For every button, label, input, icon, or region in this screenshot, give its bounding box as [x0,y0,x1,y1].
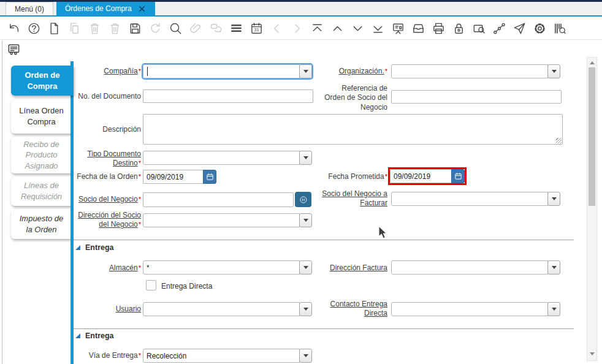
socio-negocio-search-button[interactable] [295,192,311,207]
chevron-down-icon [303,266,308,269]
fecha-prometida-field [390,169,465,183]
vertical-scrollbar[interactable] [587,57,597,361]
help-icon[interactable] [27,21,41,36]
direccion-socio-label[interactable]: Dirección del Socio del Negocio* [72,211,141,230]
record-list-toggle-icon[interactable] [7,42,21,56]
grid-toggle-icon[interactable] [229,21,243,36]
zoom-across-icon[interactable] [472,21,486,36]
contacto-entrega-label[interactable]: Contacto Entrega Directa [320,300,387,319]
first-record-icon[interactable] [310,21,324,36]
usuario-label[interactable]: Usuario [72,305,141,314]
contacto-entrega-combo [391,302,560,316]
preferences-icon[interactable] [533,21,547,36]
menu-tab[interactable]: Menú (0) [6,2,53,15]
via-entrega-dropdown-button[interactable] [299,349,312,363]
entrega-section-header-1[interactable]: Entrega [75,243,114,252]
direccion-socio-input[interactable] [143,213,300,227]
tab-linea-orden-compra[interactable]: Línea Orden Compra [11,99,72,134]
chevron-down-icon [303,219,308,222]
almacen-input[interactable] [143,260,300,275]
via-entrega-label: Vía de Entrega* [72,351,141,360]
undo-icon[interactable] [7,21,21,36]
almacen-label[interactable]: Almacén* [72,264,141,273]
last-record-icon[interactable] [371,21,385,36]
collapse-triangle-icon [75,333,81,339]
ordenes-de-compra-tab[interactable]: Órdenes de Compra [56,2,155,15]
socio-facturar-input[interactable] [391,192,548,206]
close-icon[interactable] [137,4,147,13]
fecha-orden-calendar-button[interactable] [203,170,216,184]
tipo-documento-label[interactable]: Tipo Documento Destino* [72,150,141,169]
descripcion-label: Descripción [72,125,141,134]
compania-dropdown-button[interactable] [299,64,312,78]
window-tab-bar: Menú (0) Órdenes de Compra [0,2,602,17]
previous-record-icon[interactable] [330,21,345,36]
collapse-triangle-icon [75,245,81,251]
socio-negocio-field [143,192,311,207]
tipo-documento-combo [143,151,312,165]
usuario-dropdown-button[interactable] [299,302,312,316]
next-record-icon[interactable] [351,21,365,36]
contacto-entrega-dropdown-button[interactable] [547,302,560,316]
chevron-down-icon [303,354,308,357]
organizacion-label[interactable]: Organización.* [320,67,387,76]
find-icon[interactable] [169,21,183,36]
section-separator [74,240,574,240]
almacen-dropdown-button[interactable] [299,260,312,275]
referencia-input[interactable] [391,90,562,104]
report-icon[interactable] [391,21,405,36]
scrollbar-up-arrow[interactable] [587,59,596,67]
no-documento-input[interactable] [143,89,313,103]
tab-recibo-de-producto-asignado[interactable]: Recibo de Producto Asignado [11,137,72,173]
entrega-section-header-2[interactable]: Entrega [75,332,114,340]
fecha-prometida-calendar-button[interactable] [451,169,465,183]
organizacion-dropdown-button[interactable] [547,64,560,78]
direccion-socio-dropdown-button[interactable] [299,213,312,227]
archive-icon[interactable] [411,21,425,36]
direccion-factura-input[interactable] [391,260,548,275]
direccion-factura-dropdown-button[interactable] [547,260,560,275]
resize-grip-icon[interactable] [556,138,562,143]
socio-negocio-input[interactable] [143,192,294,207]
socio-negocio-label[interactable]: Socio del Negocio* [72,195,141,204]
chevron-down-icon [552,266,557,269]
business-partner-info-icon [299,195,308,205]
refresh-icon [148,21,162,36]
target-highlight-box [388,167,467,185]
tipo-documento-dropdown-button[interactable] [299,151,312,165]
print-icon[interactable] [432,21,446,36]
calendar-icon[interactable]: 31 [250,21,264,36]
compania-input[interactable] [143,64,300,78]
fecha-orden-field [143,170,216,184]
socio-facturar-combo [391,192,560,206]
fecha-orden-input[interactable] [143,170,203,184]
detail-record-icon [290,21,304,36]
entrega-directa-checkbox[interactable] [146,280,156,290]
product-info-icon[interactable] [553,21,567,36]
tipo-documento-input[interactable] [143,151,300,165]
tab-orden-de-compra[interactable]: Orden de Compra [11,66,74,96]
send-request-icon[interactable] [512,21,527,36]
socio-facturar-dropdown-button[interactable] [547,192,560,206]
save-icon[interactable] [128,21,142,36]
via-entrega-input[interactable] [143,349,300,363]
scrollbar-down-arrow[interactable] [587,350,596,358]
private-record-lock-icon[interactable] [452,21,466,36]
contacto-entrega-input[interactable] [391,302,548,316]
descripcion-textarea[interactable] [143,114,563,145]
organizacion-input[interactable] [391,64,548,78]
usuario-input[interactable] [143,302,300,316]
tab-lineas-de-requisicion[interactable]: Líneas de Requisición [11,176,72,206]
no-documento-label: No. del Documento [72,92,141,101]
toolbar: 31 [0,18,602,40]
workflow-icon[interactable] [492,21,506,36]
tab-impuesto-de-la-orden[interactable]: Impuesto de la Orden [11,209,72,239]
compania-label[interactable]: Compañía* [72,67,141,76]
chevron-down-icon [303,156,308,159]
new-record-icon[interactable] [47,21,61,36]
scrollbar-thumb[interactable] [589,67,595,206]
mouse-cursor [378,226,389,241]
direccion-factura-label[interactable]: Dirección Factura [320,264,387,273]
fecha-prometida-input[interactable] [390,169,451,183]
socio-facturar-label[interactable]: Socio del Negocio a Facturar [320,189,387,208]
